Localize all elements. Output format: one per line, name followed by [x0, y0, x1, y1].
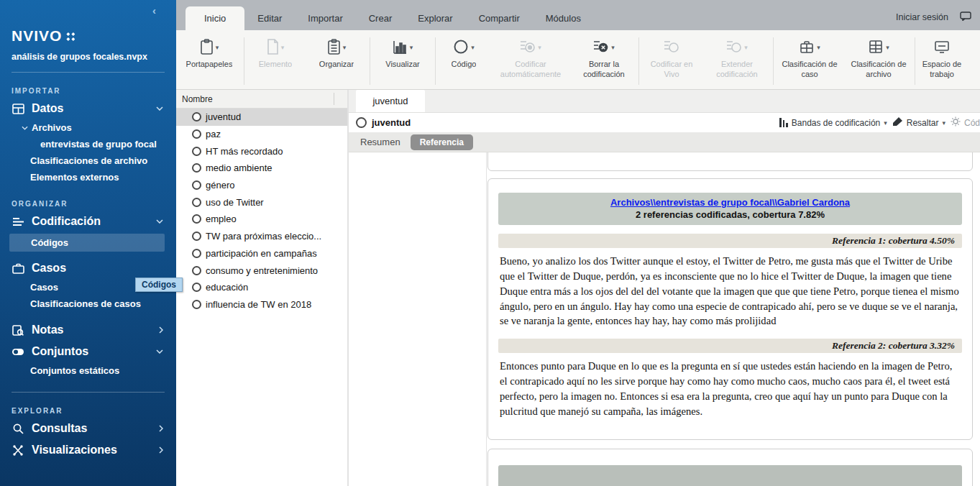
feedback-bubble-icon[interactable]	[960, 11, 971, 24]
code-circle-icon	[192, 214, 201, 224]
open-item-title: juventud	[372, 117, 411, 128]
nvivo-dots-icon	[66, 32, 75, 41]
code-circle-icon	[192, 249, 201, 258]
code-row-influencia-tw-2018[interactable]: influencia de TW en 2018	[176, 296, 347, 313]
document-tabbar: juventud	[349, 90, 980, 113]
sidebar-item-label: entrevistas de grupo focal	[40, 139, 157, 150]
sidebar-item-label: Casos	[30, 282, 58, 293]
tab-importar[interactable]: Importar	[295, 6, 355, 30]
code-row-medio-ambiente[interactable]: medio ambiente	[176, 160, 347, 177]
sidebar-item-label: Elementos externos	[30, 172, 119, 183]
code-row-ht-mas-recordado[interactable]: HT más recordado	[176, 142, 347, 160]
detail-pane: juventud juventud Bandas de codificación…	[349, 90, 980, 486]
reference-card-gabriel-cardona: Archivos\\entrevistas de grupo focal\\Ga…	[487, 178, 973, 440]
sidebar-item-consultas[interactable]: Consultas	[0, 418, 176, 439]
tab-crear[interactable]: Crear	[356, 6, 406, 30]
coding-lines-icon	[12, 215, 24, 228]
sidebar-item-label: Conjuntos estáticos	[30, 365, 119, 376]
highlighter-pen-icon	[892, 116, 903, 129]
auto-code-icon	[520, 40, 536, 57]
code-row-uso-de-twitter[interactable]: uso de Twitter	[176, 193, 347, 211]
espacio-trabajo-button[interactable]: Espacio de trabajo	[917, 37, 967, 81]
codificar-en-vivo-button[interactable]: Codificar en Vivo	[641, 37, 702, 81]
sidebar-item-entrevistas[interactable]: entrevistas de grupo focal	[0, 136, 176, 152]
sidebar-collapse-icon[interactable]: ‹	[152, 4, 156, 17]
code-circle-icon	[356, 117, 367, 128]
tab-resumen[interactable]: Resumen	[360, 137, 400, 147]
code-circle-icon	[192, 283, 201, 292]
sidebar-item-casos[interactable]: Casos	[0, 257, 176, 279]
clasificacion-caso-button[interactable]: ▾ Clasificación de caso	[775, 37, 844, 81]
workspace: Nombre juventud paz HT más recordado med…	[176, 90, 980, 486]
clasificacion-archivo-button[interactable]: ▾ Clasificación de archivo	[844, 37, 913, 81]
reference-2-text[interactable]: Entonces punto para Duque en lo que es l…	[500, 359, 961, 418]
chevron-down-icon	[156, 219, 163, 224]
column-divider[interactable]	[334, 93, 334, 105]
tab-editar[interactable]: Editar	[244, 6, 295, 30]
code-circle-icon	[453, 39, 469, 58]
sidebar-item-conjuntos-estaticos[interactable]: Conjuntos estáticos	[0, 362, 176, 379]
sidebar-item-notas[interactable]: Notas	[0, 319, 176, 341]
notes-icon	[12, 324, 24, 336]
code-row-educacion[interactable]: educación	[176, 279, 347, 296]
code-row-consumo-entretenimiento[interactable]: consumo y entretenimiento	[176, 262, 347, 279]
sidebar-item-datos[interactable]: Datos	[0, 98, 176, 119]
borrar-codificacion-button[interactable]: ▾ Borrar la codificación	[571, 37, 637, 81]
extender-codificacion-button[interactable]: ▾ Extender codificación	[702, 37, 771, 81]
sidebar-item-archivos[interactable]: Archivos	[0, 119, 176, 136]
code-circle-icon	[192, 163, 201, 173]
source-link[interactable]: Archivos\\entrevistas de grupo focal\\Ga…	[504, 197, 956, 208]
reference-2-label: Referencia 2: cobertura 3.32%	[498, 339, 962, 353]
chevron-down-icon	[156, 106, 163, 111]
sidebar-item-label: Codificación	[32, 215, 101, 228]
ribbon-separator	[773, 37, 774, 85]
code-row-genero[interactable]: género	[176, 177, 347, 194]
ribbon-separator	[435, 37, 436, 85]
codigo-button[interactable]: ▾ Código	[437, 37, 490, 71]
code-row-empleo[interactable]: empleo	[176, 211, 347, 228]
next-source-header	[498, 465, 962, 486]
extend-coding-icon	[726, 40, 742, 57]
nvivo-window: ‹ NVIVO análisis de grupos focales.nvpx …	[0, 0, 980, 486]
code-quick-menu[interactable]: Cód	[951, 116, 980, 129]
reference-1-label: Referencia 1: cobertura 4.50%	[498, 234, 962, 248]
tab-referencia[interactable]: Referencia	[411, 134, 473, 150]
briefcase-icon	[12, 262, 24, 275]
bar-chart-icon	[393, 40, 408, 58]
tab-inicio[interactable]: Inicio	[186, 6, 244, 30]
sidebar-item-conjuntos[interactable]: Conjuntos	[0, 341, 176, 362]
sign-in-link[interactable]: Iniciar sesión	[896, 12, 948, 22]
sidebar-item-codificacion[interactable]: Codificación	[0, 211, 176, 232]
tab-modulos[interactable]: Módulos	[533, 6, 594, 30]
chevron-right-icon	[159, 446, 163, 454]
code-row-tw-proximas-elecciones[interactable]: TW para próximas eleccio...	[176, 228, 347, 245]
tab-compartir[interactable]: Compartir	[466, 6, 533, 30]
codes-list-panel: Nombre juventud paz HT más recordado med…	[176, 90, 349, 486]
code-row-paz[interactable]: paz	[176, 126, 347, 143]
codificar-automaticamente-button[interactable]: ▾ Codificar automáticamente	[490, 37, 571, 81]
reference-content: Archivos\\entrevistas de grupo focal\\Ga…	[349, 152, 980, 486]
coding-stripes-icon	[779, 118, 788, 127]
view-tabs: Resumen Referencia	[349, 132, 980, 152]
code-row-juventud[interactable]: juventud	[176, 109, 347, 126]
visualizar-button[interactable]: ▾ Visualizar	[372, 37, 434, 71]
sidebar-item-label: Archivos	[32, 122, 72, 133]
document-tab-juventud[interactable]: juventud	[356, 90, 425, 112]
sidebar-item-visualizaciones[interactable]: Visualizaciones	[0, 439, 176, 461]
codigos-tooltip: Códigos	[135, 278, 183, 292]
sidebar-item-label: Conjuntos	[32, 345, 88, 358]
elemento-button[interactable]: ▾ Elemento	[246, 37, 305, 71]
sidebar-item-clasificaciones-casos[interactable]: Clasificaciones de casos	[0, 295, 176, 312]
reference-1-text[interactable]: Bueno, yo analizo los dos Twitter aunque…	[500, 254, 961, 329]
sidebar-item-elementos-externos[interactable]: Elementos externos	[0, 169, 176, 185]
organizar-button[interactable]: ▾ Organizar	[305, 37, 368, 71]
codes-column-header[interactable]: Nombre	[176, 90, 347, 109]
coding-stripes-menu[interactable]: Bandas de codificación ▾	[779, 118, 887, 128]
code-circle-icon	[192, 129, 201, 139]
code-row-participacion-campanas[interactable]: participación en campañas	[176, 245, 347, 262]
highlight-menu[interactable]: Resaltar ▾	[892, 116, 945, 129]
sidebar-item-codigos[interactable]: Códigos	[9, 234, 165, 252]
tab-explorar[interactable]: Explorar	[405, 6, 465, 30]
sidebar-item-clasificaciones-archivo[interactable]: Clasificaciones de archivo	[0, 152, 176, 169]
portapapeles-button[interactable]: ▾ Portapapeles	[176, 37, 242, 71]
